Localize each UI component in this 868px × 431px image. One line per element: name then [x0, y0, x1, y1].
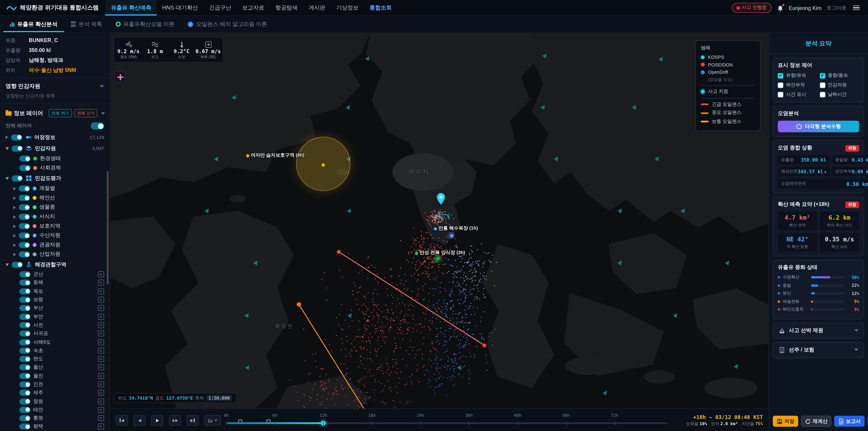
layer-toggle[interactable]	[19, 214, 30, 220]
incident-status-badge[interactable]: 사고 진행중	[732, 3, 772, 13]
checkbox-icon[interactable]	[778, 83, 783, 88]
polygon-analysis-button[interactable]: 다각형 분석수행	[778, 121, 859, 132]
ship-specs-card[interactable]: 사고 선박 제원	[773, 322, 864, 339]
fast-forward-button[interactable]	[169, 415, 181, 426]
skip-start-button[interactable]	[116, 415, 128, 426]
layer-toggle[interactable]	[19, 204, 30, 210]
nav-item[interactable]: HNS·대기확산	[157, 0, 204, 16]
layer-toggle[interactable]	[11, 261, 23, 268]
subtab[interactable]: 유출유확산모델 이론	[109, 16, 181, 32]
caret-icon[interactable]	[13, 187, 16, 190]
layer-toggle[interactable]	[20, 407, 31, 413]
layer-toggle[interactable]	[20, 297, 31, 303]
caret-icon[interactable]	[13, 206, 16, 209]
display-option[interactable]: 민감자원	[819, 82, 859, 88]
region-memo-icon[interactable]	[98, 356, 104, 362]
layer-item[interactable]: 보호지역	[0, 221, 110, 231]
nav-item[interactable]: 통합조회	[364, 0, 397, 16]
step-back-button[interactable]	[133, 415, 146, 426]
layer-item[interactable]: 보령	[0, 296, 110, 304]
layer-item[interactable]: 민감도평가	[0, 173, 110, 184]
nav-item[interactable]: 유출유 확산예측	[105, 0, 157, 16]
layer-toggle[interactable]	[20, 155, 31, 162]
checkbox-icon[interactable]	[819, 92, 825, 97]
layer-item[interactable]: 창원	[0, 397, 110, 405]
layer-toggle[interactable]	[20, 390, 31, 396]
region-memo-icon[interactable]	[98, 280, 104, 286]
layer-toggle[interactable]	[20, 165, 31, 171]
layer-item[interactable]: 어장정보17,129	[0, 132, 110, 143]
checkbox-icon[interactable]	[819, 73, 825, 79]
subtab[interactable]: i오일펜스 배치 알고리즘 이론	[181, 16, 274, 32]
timeline-track[interactable]	[226, 422, 668, 424]
playback-speed-select[interactable]: 1x	[204, 415, 221, 426]
fence-endpoint[interactable]	[297, 302, 301, 307]
layer-toggle[interactable]	[20, 288, 31, 294]
caret-icon[interactable]	[13, 253, 16, 256]
user-name[interactable]: Eunjeong Kim	[789, 5, 822, 11]
caret-icon[interactable]	[5, 135, 8, 139]
layer-toggle[interactable]	[20, 356, 31, 362]
map-layer-button[interactable]	[115, 71, 126, 83]
layer-toggle[interactable]	[11, 175, 23, 181]
layer-toggle[interactable]	[19, 242, 30, 248]
region-memo-icon[interactable]	[98, 424, 104, 430]
subtab[interactable]: 유출유 확산분석	[3, 16, 64, 32]
layer-item[interactable]: 평택	[0, 423, 110, 431]
region-memo-icon[interactable]	[98, 305, 104, 311]
notification-bell-icon[interactable]	[777, 4, 784, 11]
caret-icon[interactable]	[13, 224, 16, 228]
layer-toggle[interactable]	[19, 251, 30, 257]
layer-toggle[interactable]	[19, 233, 30, 239]
nav-item[interactable]: 긴급구난	[204, 0, 237, 16]
checkbox-icon[interactable]	[819, 83, 825, 88]
fence-endpoint[interactable]	[337, 250, 341, 254]
layer-toggle[interactable]	[20, 280, 31, 286]
layer-item[interactable]: 서해5도	[0, 338, 110, 346]
layer-toggle[interactable]	[20, 339, 31, 345]
layer-item[interactable]: 인천	[0, 380, 110, 389]
layer-item[interactable]: 해경관할구역	[0, 259, 110, 270]
nav-item[interactable]: 보고자료	[237, 0, 270, 16]
region-memo-icon[interactable]	[98, 348, 104, 354]
layer-toggle[interactable]	[20, 364, 31, 370]
display-option[interactable]: 날짜시간	[819, 91, 859, 98]
layer-item[interactable]: 민감자원3,947	[0, 143, 110, 154]
layer-item[interactable]: 서귀포	[0, 329, 110, 338]
beach-marker[interactable]	[448, 232, 455, 239]
layer-toggle[interactable]	[20, 381, 31, 388]
layer-item[interactable]: 해안선	[0, 193, 110, 203]
checkbox-icon[interactable]	[778, 92, 783, 97]
region-memo-icon[interactable]	[98, 331, 104, 337]
layer-toggle[interactable]	[20, 305, 31, 311]
caret-icon[interactable]	[5, 177, 9, 180]
fence-endpoint[interactable]	[483, 343, 486, 347]
layer-item[interactable]: 울진	[0, 372, 110, 380]
layer-item[interactable]: 동해	[0, 279, 110, 287]
region-memo-icon[interactable]	[98, 373, 104, 379]
doc-button[interactable]: 보고서	[834, 415, 865, 427]
region-memo-icon[interactable]	[98, 381, 104, 388]
oil-fence-line[interactable]	[299, 304, 364, 408]
layer-item[interactable]: 완도	[0, 355, 110, 363]
nav-item[interactable]: 항공탐색	[270, 0, 303, 16]
region-memo-icon[interactable]	[98, 398, 104, 404]
layer-item[interactable]: 부안	[0, 312, 110, 321]
region-memo-icon[interactable]	[98, 271, 104, 277]
skip-end-button[interactable]	[186, 415, 199, 426]
layer-toggle[interactable]	[19, 195, 30, 201]
layer-item[interactable]: 태안	[0, 405, 110, 414]
layer-item[interactable]: 산업자원	[0, 249, 110, 259]
layer-item[interactable]: 관광자원	[0, 240, 110, 250]
logout-button[interactable]: 로그아웃	[827, 4, 846, 11]
caret-icon[interactable]	[13, 234, 16, 237]
all-layers-off-button[interactable]: 전체 끄기	[74, 109, 97, 117]
region-memo-icon[interactable]	[98, 415, 104, 421]
layer-item[interactable]: 부산	[0, 304, 110, 312]
layer-toggle[interactable]	[11, 145, 23, 151]
owner-insurance-card[interactable]: 선주 / 보험	[773, 342, 864, 358]
filter-chevron-icon[interactable]	[101, 112, 105, 114]
region-memo-icon[interactable]	[98, 288, 104, 294]
layer-toggle[interactable]	[20, 348, 31, 354]
sidebar-scrollbar[interactable]	[107, 171, 108, 284]
